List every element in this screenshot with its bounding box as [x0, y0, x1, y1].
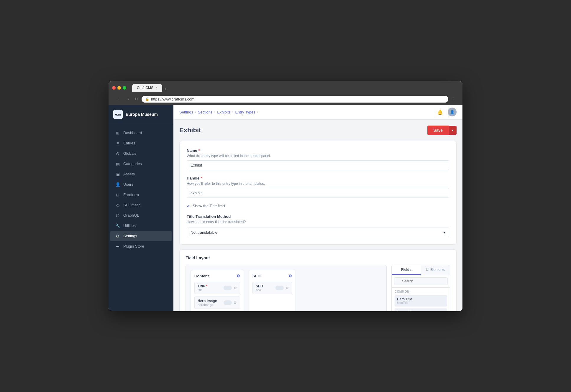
name-input[interactable] — [187, 160, 449, 170]
top-bar-actions: 🔔 👤 — [436, 108, 457, 116]
right-panel: Fields UI Elements 🔍 COMMON — [391, 265, 450, 311]
sidebar-item-label: Globals — [123, 151, 136, 156]
title-translation-label: Title Translation Method — [187, 214, 449, 219]
address-bar-row: ← → ↻ 🔒 https://www.craftcms.com ⋮ — [112, 94, 459, 105]
content-tab-gear-icon[interactable]: ⚙ — [237, 274, 240, 278]
browser-window: Craft CMS × + ← → ↻ 🔒 https://www.craftc… — [109, 81, 462, 311]
sidebar-item-label: Settings — [123, 234, 137, 238]
forward-btn[interactable]: → — [124, 96, 131, 102]
seo-gear-icon[interactable]: ⚙ — [286, 286, 289, 290]
active-tab[interactable]: Craft CMS × — [132, 84, 162, 92]
sidebar-brand: e.m Europa Museum — [109, 105, 173, 124]
title-translation-select[interactable]: Not translatable ▾ — [187, 228, 449, 237]
breadcrumb: Settings › Sections › Exhibits › Entry T… — [179, 110, 258, 114]
sidebar-item-assets[interactable]: ▣ Assets — [110, 169, 172, 179]
categories-icon: ▤ — [115, 162, 120, 166]
main-content: Settings › Sections › Exhibits › Entry T… — [173, 105, 462, 311]
graphql-icon: ⬡ — [115, 213, 120, 218]
save-button[interactable]: Save — [427, 126, 449, 135]
sidebar-item-plugin-store[interactable]: ⬌ Plugin Store — [110, 241, 172, 251]
back-btn[interactable]: ← — [116, 96, 122, 102]
name-field-group: Name * What this entry type will be call… — [187, 148, 449, 170]
form-card-basic: Name * What this entry type will be call… — [179, 141, 457, 245]
handle-input[interactable] — [187, 188, 449, 198]
sidebar-item-seomatic[interactable]: ◇ SEOmatic — [110, 200, 172, 210]
panel-field-image-alt[interactable]: Image Alt imageAlt — [395, 308, 447, 311]
layout-tab-content-header: Content ⚙ — [194, 274, 240, 278]
dot-minimize[interactable] — [117, 86, 121, 90]
sidebar-item-label: Categories — [123, 162, 142, 166]
new-tab-btn[interactable]: + — [164, 86, 167, 92]
page-title: Exhibit — [179, 126, 201, 134]
field-item-seo: SEO seo ⚙ — [252, 282, 292, 294]
entries-icon: ≡ — [115, 141, 120, 146]
title-toggle[interactable] — [224, 286, 232, 290]
sidebar-item-entries[interactable]: ≡ Entries — [110, 138, 172, 148]
reload-btn[interactable]: ↻ — [133, 96, 139, 102]
sidebar-item-graphql[interactable]: ⬡ GraphQL — [110, 210, 172, 220]
sidebar-item-freeform[interactable]: ⊟ Freeform — [110, 190, 172, 200]
breadcrumb-settings[interactable]: Settings — [179, 110, 193, 114]
sidebar-item-categories[interactable]: ▤ Categories — [110, 159, 172, 169]
title-required-dot: * — [206, 284, 207, 288]
users-icon: 👤 — [115, 182, 120, 187]
sidebar-item-label: Assets — [123, 172, 135, 176]
breadcrumb-sections[interactable]: Sections — [198, 110, 213, 114]
sidebar-item-utilities[interactable]: 🔧 Utilities — [110, 221, 172, 231]
save-group: Save ▾ — [427, 126, 457, 135]
dot-maximize[interactable] — [123, 86, 126, 90]
seo-toggle[interactable] — [275, 286, 284, 290]
lock-icon: 🔒 — [145, 97, 149, 101]
right-panel-search-input[interactable] — [394, 277, 448, 285]
content-tab-label: Content — [194, 274, 209, 278]
hero-image-gear-icon[interactable]: ⚙ — [234, 301, 237, 305]
dot-close[interactable] — [112, 86, 116, 90]
hero-image-toggle[interactable] — [224, 300, 232, 305]
layout-tabs: Content ⚙ Title * — [191, 270, 382, 311]
field-layout-section: Field Layout Content ⚙ — [179, 249, 457, 311]
dashboard-icon: ⊞ — [115, 131, 120, 135]
show-title-field-label: Show the Title field — [193, 204, 225, 208]
window-dots — [112, 86, 126, 90]
seo-tab-gear-icon[interactable]: ⚙ — [288, 274, 292, 278]
save-dropdown-button[interactable]: ▾ — [449, 126, 457, 135]
name-required: * — [198, 148, 200, 153]
breadcrumb-sep-1: › — [195, 110, 196, 114]
panel-field-hero-title[interactable]: Hero Title heroTitle — [395, 295, 447, 307]
notification-btn[interactable]: 🔔 — [436, 108, 444, 116]
sidebar-item-label: Plugin Store — [123, 244, 144, 248]
title-translation-hint: How should entry titles be translated? — [187, 220, 449, 224]
avatar[interactable]: 👤 — [448, 108, 457, 116]
url-text: https://www.craftcms.com — [151, 97, 194, 101]
more-menu-btn[interactable]: ⋮ — [451, 96, 455, 102]
sidebar-item-globals[interactable]: ⊙ Globals — [110, 149, 172, 159]
checkbox-checked-icon: ✔ — [187, 204, 190, 208]
breadcrumb-entry-types[interactable]: Entry Types — [235, 110, 255, 114]
name-hint: What this entry type will be called in t… — [187, 154, 449, 158]
search-wrapper: 🔍 — [394, 277, 448, 285]
field-item-title: Title * title ⚙ — [194, 282, 240, 294]
top-bar: Settings › Sections › Exhibits › Entry T… — [173, 105, 462, 120]
sidebar-item-settings[interactable]: ⚙ Settings — [110, 231, 172, 241]
sidebar-item-label: Dashboard — [123, 131, 142, 135]
title-gear-icon[interactable]: ⚙ — [234, 286, 237, 290]
tab-ui-elements[interactable]: UI Elements — [421, 265, 450, 275]
sidebar-item-label: Utilities — [123, 223, 136, 228]
tab-title: Craft CMS — [137, 86, 153, 90]
handle-label: Handle * — [187, 176, 449, 180]
sidebar-item-dashboard[interactable]: ⊞ Dashboard — [110, 128, 172, 138]
browser-chrome: Craft CMS × + ← → ↻ 🔒 https://www.craftc… — [109, 81, 462, 105]
breadcrumb-exhibits[interactable]: Exhibits — [217, 110, 231, 114]
sidebar-item-users[interactable]: 👤 Users — [110, 179, 172, 190]
layout-tab-content: Content ⚙ Title * — [191, 270, 244, 311]
address-bar[interactable]: 🔒 https://www.craftcms.com — [142, 96, 448, 103]
page-header: Exhibit Save ▾ — [179, 126, 457, 135]
common-section-title: COMMON — [395, 290, 447, 293]
layout-tabs-area: Content ⚙ Title * — [186, 265, 387, 311]
sidebar-nav: ⊞ Dashboard ≡ Entries ⊙ Globals ▤ Catego… — [109, 124, 173, 311]
tab-close-btn[interactable]: × — [156, 86, 157, 89]
tab-fields[interactable]: Fields — [392, 265, 421, 275]
sidebar-item-label: Entries — [123, 141, 135, 145]
seo-tab-label: SEO — [252, 274, 260, 278]
name-label: Name * — [187, 148, 449, 153]
